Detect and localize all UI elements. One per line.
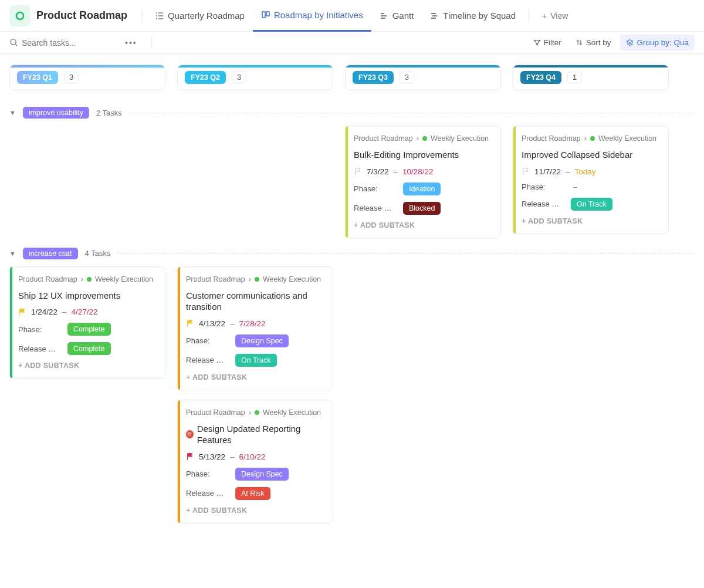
release-badge: On Track	[571, 198, 612, 211]
task-card[interactable]: Product Roadmap › Weekly Execution⊖Desig…	[177, 400, 333, 523]
group-header[interactable]: ▼improve usability2 Tasks	[9, 107, 695, 119]
card-title: Bulk-Editing Improvements	[354, 149, 492, 161]
phase-badge: Ideation	[403, 183, 441, 195]
phase-field: Phase:Design Spec	[186, 334, 324, 347]
column-pill: FY23 Q3	[353, 71, 394, 84]
column-header[interactable]: FY23 Q13	[9, 65, 165, 90]
task-card[interactable]: Product Roadmap › Weekly ExecutionImprov…	[513, 126, 669, 234]
phase-field: Phase:–	[522, 183, 660, 191]
group-header[interactable]: ▼increase csat4 Tasks	[9, 248, 695, 259]
release-field: Release St...On Track	[186, 354, 324, 367]
breadcrumb: Product Roadmap › Weekly Execution	[354, 134, 492, 143]
phase-badge: Complete	[67, 323, 111, 336]
date-range: 7/3/22–10/28/22	[354, 167, 492, 176]
phase-field: Phase:Complete	[18, 323, 157, 336]
page-title: Product Roadmap	[36, 9, 127, 22]
column-header[interactable]: FY23 Q23	[177, 65, 333, 90]
layers-icon	[626, 39, 634, 46]
task-card[interactable]: Product Roadmap › Weekly ExecutionCustom…	[177, 266, 333, 390]
search-icon	[9, 38, 18, 47]
add-view-button[interactable]: + View	[534, 11, 576, 21]
chevron-down-icon[interactable]: ▼	[9, 250, 16, 257]
card-title: Improved Collapsed Sidebar	[522, 149, 660, 161]
flag-icon	[522, 167, 530, 175]
column-count: 3	[232, 72, 246, 83]
chevron-down-icon[interactable]: ▼	[9, 109, 16, 116]
timeline-icon	[430, 11, 439, 21]
svg-point-3	[11, 39, 16, 45]
release-field: Release St...Blocked	[354, 202, 492, 215]
flag-icon	[18, 308, 26, 316]
divider	[141, 9, 142, 23]
breadcrumb: Product Roadmap › Weekly Execution	[186, 408, 324, 417]
column-count: 3	[64, 72, 79, 83]
svg-rect-2	[266, 12, 269, 16]
divider	[151, 36, 152, 50]
flag-icon	[186, 452, 194, 461]
release-field: Release St...On Track	[522, 198, 660, 211]
tab-label: Roadmap by Initiatives	[274, 10, 363, 20]
group-by-label: Group by: Qua	[637, 38, 689, 47]
filter-label: Filter	[544, 38, 561, 47]
column-count: 1	[567, 72, 582, 83]
card-title: Ship 12 UX improvements	[18, 290, 157, 302]
breadcrumb: Product Roadmap › Weekly Execution	[18, 275, 157, 283]
add-subtask-button[interactable]: + ADD SUBTASK	[354, 221, 492, 229]
gantt-icon	[380, 11, 389, 21]
phase-badge: Design Spec	[235, 334, 289, 347]
circle-logo-icon	[15, 11, 25, 21]
tab-timeline-by-squad[interactable]: Timeline by Squad	[422, 0, 524, 32]
release-field: Release St...Complete	[18, 342, 157, 355]
column-header[interactable]: FY23 Q41	[513, 65, 669, 90]
release-badge: At Risk	[235, 487, 270, 500]
board-icon	[261, 10, 270, 19]
group-pill: increase csat	[23, 248, 78, 259]
group-by-button[interactable]: Group by: Qua	[620, 35, 695, 50]
release-badge: Complete	[67, 342, 111, 355]
card-title: Customer communications and transition	[186, 290, 324, 313]
tab-gantt[interactable]: Gantt	[371, 0, 422, 32]
phase-field: Phase:Ideation	[354, 183, 492, 195]
flag-icon	[354, 167, 362, 175]
filter-button[interactable]: Filter	[529, 36, 566, 49]
list-icon	[155, 11, 164, 21]
breadcrumb: Product Roadmap › Weekly Execution	[522, 134, 660, 143]
svg-rect-1	[262, 12, 265, 18]
tab-quarterly-roadmap[interactable]: Quarterly Roadmap	[147, 0, 253, 32]
card-title: ⊖Design Updated Reporting Features	[186, 423, 324, 446]
more-options-button[interactable]: •••	[120, 36, 142, 50]
blocked-icon: ⊖	[186, 430, 194, 438]
column-pill: FY23 Q1	[17, 71, 58, 84]
add-subtask-button[interactable]: + ADD SUBTASK	[186, 506, 324, 515]
filter-icon	[533, 39, 541, 46]
column-count: 3	[400, 72, 414, 83]
flag-icon	[186, 319, 194, 327]
divider	[529, 9, 529, 23]
group-task-count: 4 Tasks	[85, 249, 111, 258]
release-field: Release St...At Risk	[186, 487, 324, 500]
tab-label: Quarterly Roadmap	[168, 11, 245, 21]
add-subtask-button[interactable]: + ADD SUBTASK	[522, 217, 660, 225]
svg-point-0	[16, 12, 23, 19]
group-pill: improve usability	[23, 107, 89, 119]
app-logo[interactable]	[9, 5, 31, 26]
date-range: 4/13/22–7/28/22	[186, 319, 324, 328]
breadcrumb: Product Roadmap › Weekly Execution	[186, 275, 324, 283]
search-input[interactable]	[22, 38, 116, 48]
tab-roadmap-by-initiatives[interactable]: Roadmap by Initiatives	[253, 0, 371, 32]
phase-badge: Design Spec	[235, 468, 289, 481]
phase-field: Phase:Design Spec	[186, 468, 324, 481]
sort-label: Sort by	[586, 38, 611, 47]
group-task-count: 2 Tasks	[96, 109, 122, 117]
add-subtask-button[interactable]: + ADD SUBTASK	[186, 373, 324, 381]
column-header[interactable]: FY23 Q33	[345, 65, 501, 90]
sort-button[interactable]: Sort by	[571, 36, 616, 49]
task-card[interactable]: Product Roadmap › Weekly ExecutionBulk-E…	[345, 126, 501, 238]
tab-label: Gantt	[392, 11, 414, 21]
add-view-label: View	[550, 11, 568, 21]
release-badge: On Track	[235, 354, 277, 367]
date-range: 11/7/22–Today	[522, 167, 660, 176]
add-subtask-button[interactable]: + ADD SUBTASK	[18, 361, 157, 370]
plus-icon: +	[542, 11, 547, 21]
task-card[interactable]: Product Roadmap › Weekly ExecutionShip 1…	[9, 266, 165, 379]
